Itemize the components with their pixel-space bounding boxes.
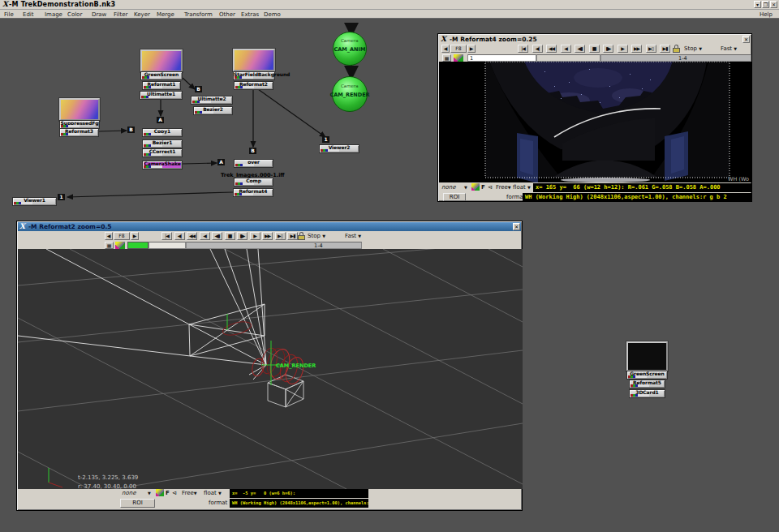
f8-button[interactable]: F8	[114, 232, 130, 240]
dag-node-ultimatte1[interactable]: Ultimatte1	[140, 91, 183, 100]
lock-icon[interactable]	[673, 45, 680, 53]
channel-icon[interactable]	[471, 183, 480, 191]
timeline-track-left[interactable]	[536, 54, 600, 62]
dag-node-bezier2[interactable]: Bezier2	[193, 106, 233, 115]
dag-node-reformat4[interactable]: Reformat4	[233, 188, 273, 197]
next-view-button[interactable]: ▶	[467, 45, 476, 53]
channel-icon[interactable]	[156, 489, 164, 496]
playback-button-3[interactable]: ◀	[200, 232, 210, 240]
playback-button-4[interactable]: ◀▮	[575, 45, 585, 53]
menu-merge[interactable]: Merge	[157, 11, 174, 18]
menu-draw[interactable]: Draw	[92, 11, 106, 18]
stop-dropdown[interactable]: Stop ▼	[684, 45, 702, 52]
lut-dropdown-arrow[interactable]: ▼	[464, 184, 467, 191]
viewer-window-reformat2[interactable]: X -M Reformat2 zoom=0.5 ✕ ◀ F8 ▶ |◀◀|◀◀◀…	[16, 221, 523, 511]
dag-node-ccorrect1[interactable]: CCorrect1	[142, 148, 183, 157]
free-dropdown[interactable]: Free▼	[496, 184, 511, 191]
playback-button-9[interactable]: ▶▯	[275, 232, 286, 240]
menu-demo[interactable]: Demo	[264, 11, 281, 18]
dag-node-ultimatte2[interactable]: Ultimatte2	[191, 96, 233, 105]
dag-node-starfieldbackground[interactable]: StarFieldBackground	[233, 71, 275, 80]
menu-image[interactable]: Image	[45, 11, 62, 18]
fast-dropdown[interactable]: Fast ▼	[345, 233, 361, 239]
f8-button[interactable]: F8	[450, 45, 467, 53]
dag-connector-1[interactable]: 1	[322, 136, 329, 143]
window-titlebar[interactable]: X -M TrekDemonstrationB.nk3 ▾ ❐ ✕	[0, 0, 779, 10]
timeline-track-left[interactable]	[148, 242, 186, 249]
dag-node-copy1[interactable]: Copy1	[142, 128, 183, 137]
playback-button-6[interactable]: ▮▶	[237, 232, 247, 240]
viewer-window-reformat4[interactable]: X -M Reformat4 zoom=0.25 ✕ ◀ F8 ▶ |◀◀|◀◀…	[437, 33, 752, 202]
menu-filter[interactable]: Filter	[114, 11, 127, 18]
dag-connector-B[interactable]: B	[249, 148, 256, 154]
timeline-track[interactable]	[186, 242, 362, 249]
next-view-button[interactable]: ▶	[131, 232, 139, 240]
fit-button[interactable]: F	[481, 184, 485, 191]
frame-counter-icon[interactable]: ▦	[442, 54, 451, 62]
dag-node-greenscreen[interactable]: GreenScreen	[140, 71, 183, 80]
fit-button[interactable]: F	[166, 490, 170, 496]
dag-node-reformat2[interactable]: Reformat2	[234, 81, 273, 90]
playback-button-0[interactable]: |◀	[518, 45, 528, 53]
playback-button-8[interactable]: ▶▶	[262, 232, 273, 240]
dag-node-comp[interactable]: Comp	[234, 178, 273, 187]
menu-transform[interactable]: Transform	[184, 11, 213, 18]
playback-button-0[interactable]: |◀	[161, 232, 172, 240]
window-close-button[interactable]: ✕	[770, 1, 777, 8]
compare-icon[interactable]: ⊲	[172, 490, 177, 496]
roi-button[interactable]: ROI	[443, 193, 466, 201]
dag-connector-B[interactable]: B	[127, 127, 135, 133]
current-frame-field[interactable]: 1	[467, 54, 536, 62]
float-dropdown[interactable]: float ▼	[513, 184, 531, 191]
timeline-progress[interactable]	[127, 242, 148, 249]
dag-node-viewer2[interactable]: Viewer2	[319, 144, 359, 153]
playback-button-3[interactable]: ◀	[561, 45, 571, 53]
playback-button-9[interactable]: ▶▯	[646, 45, 656, 53]
playback-button-5[interactable]: ■	[225, 232, 235, 240]
roi-button[interactable]: ROI	[120, 499, 155, 508]
lock-icon[interactable]	[298, 232, 305, 240]
compare-icon[interactable]: ⊲	[488, 184, 493, 191]
dag-node-reformat3[interactable]: Reformat3	[59, 128, 99, 137]
viewerB-close-button[interactable]: ✕	[513, 223, 520, 230]
dag-node-3dcard1[interactable]: 3DCard1	[629, 389, 665, 398]
viewerB-titlebar[interactable]: X -M Reformat2 zoom=0.5 ✕	[18, 222, 521, 231]
playback-button-1[interactable]: ◀|	[532, 45, 543, 53]
dag-node-camerashake[interactable]: CameraShake	[142, 161, 183, 169]
timeline-track[interactable]	[600, 54, 751, 62]
stop-dropdown[interactable]: Stop ▼	[308, 233, 325, 239]
fast-dropdown[interactable]: Fast ▼	[721, 45, 737, 52]
free-dropdown[interactable]: Free▼	[182, 490, 197, 496]
window-maximize-button[interactable]: ❐	[762, 1, 769, 8]
frame-counter-icon[interactable]: ▦	[105, 242, 114, 249]
menu-help[interactable]: Help	[760, 11, 773, 18]
float-dropdown[interactable]: float ▼	[204, 490, 222, 496]
dag-node-over[interactable]: over	[234, 159, 273, 168]
prev-view-button[interactable]: ◀	[441, 45, 450, 53]
dag-node-bezier1[interactable]: Bezier1	[142, 139, 183, 148]
playback-button-2[interactable]: ◀◀	[546, 45, 557, 53]
rgb-channels-icon[interactable]	[115, 242, 125, 249]
prev-view-button[interactable]: ◀	[105, 232, 113, 240]
viewerA-titlebar[interactable]: X -M Reformat4 zoom=0.25 ✕	[439, 35, 751, 44]
lut-dropdown[interactable]: none	[441, 184, 455, 191]
menu-extras[interactable]: Extras	[241, 11, 259, 18]
dag-node-reformat5[interactable]: Reformat5	[629, 380, 665, 388]
viewerA-image-canvas[interactable]: WH (Wo	[439, 62, 752, 182]
playback-button-10[interactable]: ▶▮	[287, 232, 298, 240]
dag-connector-B[interactable]: B	[195, 86, 202, 92]
window-minimize-button[interactable]: ▾	[754, 1, 761, 8]
viewerB-3d-canvas[interactable]: CAM_RENDER t-2.135, 3.225, 3.639 r: 37.4…	[18, 249, 523, 489]
playback-button-10[interactable]: ▶▮	[660, 45, 670, 53]
menu-edit[interactable]: Edit	[23, 11, 34, 18]
dag-node-greenscreen[interactable]: GreenScreen	[626, 371, 668, 380]
menu-other[interactable]: Other	[219, 11, 235, 18]
rgb-channels-icon[interactable]	[454, 54, 463, 62]
dag-connector-A[interactable]: A	[217, 159, 225, 165]
playback-button-2[interactable]: ◀◀	[187, 232, 197, 240]
playback-button-4[interactable]: ◀▮	[212, 232, 222, 240]
menu-color[interactable]: Color	[67, 11, 82, 18]
dag-connector-A[interactable]: A	[157, 117, 164, 123]
menu-file[interactable]: File	[4, 11, 14, 18]
lut-dropdown[interactable]: none	[122, 490, 136, 496]
